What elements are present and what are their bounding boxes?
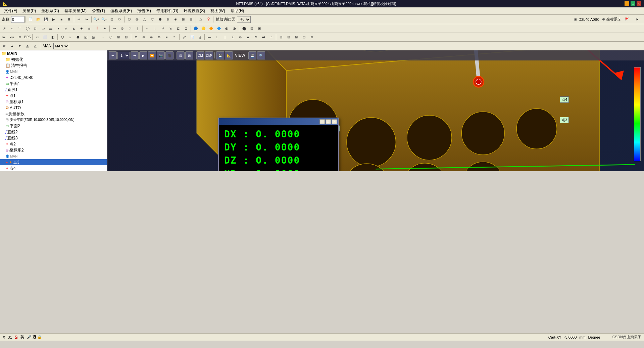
tb-btn3[interactable]: △	[141, 16, 148, 23]
tb-g3[interactable]: ⌒	[16, 25, 23, 32]
cad-view[interactable]: ⬅ 123 ➡ ▶ ⏩ 📷 🎥 ⊡ ⊠ DM DM² 💾 📐 VIEW	[107, 50, 644, 171]
tb-flag[interactable]: 🚩	[623, 16, 631, 23]
tb-g18[interactable]: ∫	[134, 25, 141, 32]
tb-g10[interactable]: ▲	[70, 25, 78, 32]
menu-program[interactable]: 编程系统(E)	[108, 7, 135, 14]
tb-m5[interactable]: ▭	[34, 34, 41, 41]
cad-tb-pts2[interactable]: ⊠	[185, 51, 193, 59]
tb-m7[interactable]: ◧	[49, 34, 56, 41]
tb-m15[interactable]: ⊞	[115, 34, 122, 41]
tb-m9[interactable]: ⏢	[66, 34, 74, 41]
tb-m3[interactable]: ⊕	[16, 34, 23, 41]
tb-g16[interactable]: ⊙	[118, 25, 126, 32]
cad-tb-zoom[interactable]: 🔍	[257, 51, 265, 59]
tb-fit[interactable]: ⊡	[108, 16, 115, 23]
tb-g25[interactable]: 🔵	[192, 25, 199, 32]
tb-g4[interactable]: ◯	[24, 25, 31, 32]
tb-g19[interactable]: ↔	[144, 25, 151, 32]
tb-g30[interactable]: ◑	[231, 25, 238, 32]
point-count-input[interactable]	[11, 16, 24, 23]
tb-btn5[interactable]: ⬢	[156, 16, 164, 23]
tree-item-line2[interactable]: / 直线2	[0, 129, 107, 135]
tb-m12[interactable]: ◲	[90, 34, 97, 41]
tree-item-probe[interactable]: ✦ D2L40_A0B0	[0, 75, 107, 81]
tree-item-plane1[interactable]: ▭ 平面1	[0, 81, 107, 87]
tb-g1[interactable]: ↗	[1, 25, 8, 32]
tb-g5[interactable]: □	[32, 25, 39, 32]
tb-zoom-out[interactable]: 🔍-	[100, 16, 108, 23]
menu-measure[interactable]: 测量(P)	[20, 7, 39, 14]
tree-item-point1[interactable]: ✦ 点1	[0, 93, 107, 99]
cad-tb-cam2[interactable]: 🎥	[165, 51, 174, 59]
tb-g26[interactable]: 🟡	[200, 25, 207, 32]
tb-btn4[interactable]: ▽	[149, 16, 156, 23]
tb-m1[interactable]: Init	[1, 34, 8, 41]
tb-m30[interactable]: ⊙	[237, 34, 244, 41]
tb-save[interactable]: 💾	[42, 16, 50, 23]
tb-btn8[interactable]: ⊞	[180, 16, 187, 23]
cad-tb-dm1[interactable]: DM	[196, 51, 204, 59]
tb-undo[interactable]: ↩	[75, 16, 83, 23]
tb-g17[interactable]: ⊃	[126, 25, 134, 32]
cad-tb-vw1[interactable]: 💾	[216, 51, 224, 59]
tb-m31[interactable]: ≣	[244, 34, 252, 41]
tb-r4-4[interactable]: ◭	[24, 42, 31, 50]
tb-m28[interactable]: ∣	[221, 34, 229, 41]
tb-r4-5[interactable]: △	[32, 42, 39, 50]
tb-m14[interactable]: ⬡	[107, 34, 114, 41]
minimize-button[interactable]: ─	[625, 1, 629, 6]
tb-m29[interactable]: ∠	[229, 34, 236, 41]
tb-r4-1[interactable]: ⟳	[1, 42, 8, 50]
tb-r4-2[interactable]: ▲	[8, 42, 16, 50]
tb-g21[interactable]: ↗	[159, 25, 166, 32]
cad-tb-next[interactable]: ➡	[131, 51, 139, 59]
tb-m25[interactable]: ⌸	[196, 34, 203, 41]
tb-m22[interactable]: ≡	[171, 34, 178, 41]
tb-m37[interactable]: ⊠	[293, 34, 300, 41]
tb-g22[interactable]: ↘	[167, 25, 174, 32]
cad-tb-cam1[interactable]: 📷	[157, 51, 165, 59]
tb-g31[interactable]: ⬤	[240, 25, 248, 32]
tb-run[interactable]: ▶	[50, 16, 57, 23]
tb-g20[interactable]: ↕	[151, 25, 159, 32]
cad-tb-prev[interactable]: ⬅	[109, 51, 117, 59]
menu-report[interactable]: 报告(R)	[135, 7, 154, 14]
tb-btn2[interactable]: ◎	[133, 16, 141, 23]
menu-file[interactable]: 文件(F)	[1, 7, 20, 14]
tb-m21[interactable]: ≈	[163, 34, 170, 41]
dxyz-minimize[interactable]: ─	[319, 119, 325, 124]
cad-tb-run[interactable]: ⏩	[148, 51, 156, 59]
tb-m11[interactable]: ◱	[82, 34, 89, 41]
tb-m27[interactable]: ∟	[213, 34, 221, 41]
tb-m33[interactable]: ⇌	[260, 34, 267, 41]
tree-item-plane2[interactable]: ▭ 平面2	[0, 123, 107, 129]
tb-open[interactable]: 📂	[35, 16, 42, 23]
tb-m2[interactable]: xyz	[8, 34, 16, 41]
tb-g32[interactable]: ⊡	[248, 25, 255, 32]
tb-g7[interactable]: ▬	[47, 25, 54, 32]
tree-item-line3[interactable]: / 直线3	[0, 135, 107, 141]
tree-item-point3[interactable]: ► ✦ 点3	[0, 159, 107, 165]
menu-help[interactable]: 帮助(H)	[228, 7, 247, 14]
tb-m13[interactable]: ◦	[99, 34, 107, 41]
tb-g14[interactable]: ✦	[101, 25, 108, 32]
tb-m8[interactable]: ⬡	[59, 34, 66, 41]
tb-m4[interactable]: BPS	[24, 34, 31, 41]
tb-g2[interactable]: ○	[8, 25, 16, 32]
tb-g27[interactable]: 🔶	[207, 25, 215, 32]
tree-item-coord1[interactable]: ⊕ 坐标系1	[0, 99, 107, 105]
dxyz-close[interactable]: ✕	[332, 119, 337, 124]
tb-m24[interactable]: 📊	[188, 34, 196, 41]
menu-env[interactable]: 环境设置(S)	[181, 7, 208, 14]
tb-btn7[interactable]: ⊗	[172, 16, 179, 23]
tb-m16[interactable]: ⊟	[122, 34, 130, 41]
tree-item-init[interactable]: 📁 初始化	[0, 56, 107, 62]
close-button[interactable]: ✕	[637, 1, 641, 6]
tb-m39[interactable]: ⊕	[308, 34, 315, 41]
tb-zoom-in[interactable]: 🔍+	[93, 16, 100, 23]
tb-m32[interactable]: ≋	[252, 34, 259, 41]
tb-m18[interactable]: ⊕	[140, 34, 147, 41]
tb-m26[interactable]: ―	[206, 34, 213, 41]
tb-g9[interactable]: △	[62, 25, 70, 32]
cad-tb-pts[interactable]: ⊡	[177, 51, 185, 59]
